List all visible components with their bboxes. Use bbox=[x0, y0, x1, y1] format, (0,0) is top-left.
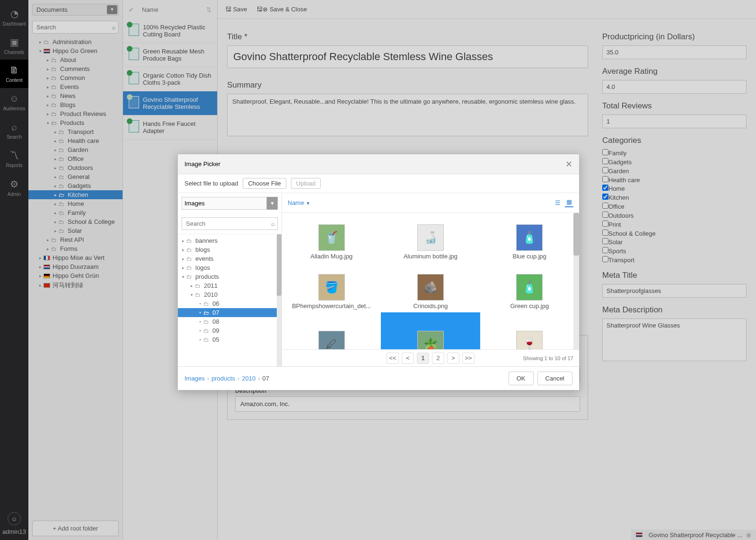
modal-search-input[interactable] bbox=[182, 217, 278, 230]
image-cell[interactable]: 🖊 bbox=[282, 312, 381, 349]
image-name: BPhempshowercurtain_det... bbox=[292, 302, 371, 310]
image-name: Crinoids.png bbox=[413, 302, 448, 310]
modal-tree-label: logos bbox=[195, 264, 210, 271]
image-name: Alladin Mug.jpg bbox=[310, 253, 352, 260]
image-name: Green cup.jpg bbox=[510, 302, 549, 310]
twisty-icon: • bbox=[198, 301, 202, 306]
modal-tree-node[interactable]: •🗀06 bbox=[178, 299, 281, 308]
modal-tree-label: 08 bbox=[212, 318, 219, 325]
thumbnail-icon: 🖊 bbox=[318, 331, 345, 349]
folder-icon: 🗀 bbox=[195, 292, 202, 298]
ok-button[interactable]: OK bbox=[509, 372, 534, 385]
folder-icon: 🗀 bbox=[186, 247, 193, 253]
folder-icon: 🗀 bbox=[186, 265, 193, 271]
twisty-icon: ▸ bbox=[181, 257, 185, 261]
thumbnail-icon: 🧴 bbox=[516, 274, 543, 301]
modal-tree-node[interactable]: ▾🗀2010 bbox=[178, 290, 281, 299]
cancel-button[interactable]: Cancel bbox=[537, 372, 572, 385]
thumbnail-icon: 🪨 bbox=[417, 274, 444, 301]
sort-name[interactable]: Name ▼ bbox=[288, 199, 310, 206]
thumbnail-icon: 🪴 bbox=[417, 331, 444, 349]
modal-tree-node[interactable]: •🗀09 bbox=[178, 326, 281, 335]
twisty-icon: • bbox=[198, 337, 202, 342]
thumbnail-icon: 🍶 bbox=[417, 224, 444, 251]
image-cell[interactable]: 🧴Green cup.jpg bbox=[480, 263, 579, 312]
grid-view-icon[interactable]: ▦ bbox=[565, 199, 573, 207]
image-cell[interactable]: 🪴 bbox=[381, 312, 480, 349]
folder-open-icon: 🗁 bbox=[203, 310, 210, 316]
twisty-icon: ▸ bbox=[181, 248, 185, 252]
image-cell[interactable]: 🧴Blue cup.jpg bbox=[480, 213, 579, 263]
twisty-icon: ▾ bbox=[181, 274, 185, 279]
modal-tree-node[interactable]: ▸🗀blogs bbox=[178, 245, 281, 254]
modal-tree-node[interactable]: ▾🗀products bbox=[178, 272, 281, 281]
modal-tree-label: 2010 bbox=[204, 291, 218, 298]
breadcrumb: Images›products›2010›07 bbox=[185, 375, 505, 382]
twisty-icon: • bbox=[198, 328, 202, 333]
select-file-label: Select file to upload bbox=[185, 180, 238, 187]
breadcrumb-item[interactable]: 2010 bbox=[242, 375, 255, 382]
thumbnail-icon: 🪣 bbox=[318, 274, 345, 301]
image-name: Blue cup.jpg bbox=[513, 253, 547, 260]
chevron-right-icon: › bbox=[258, 375, 260, 382]
thumbnail-icon: 🍷 bbox=[516, 331, 543, 349]
modal-tree-label: blogs bbox=[195, 246, 210, 253]
chevron-down-icon: ▼ bbox=[306, 201, 310, 206]
upload-button[interactable]: Upload bbox=[291, 178, 321, 189]
scrollbar[interactable] bbox=[573, 213, 579, 349]
modal-tree-node[interactable]: •🗀05 bbox=[178, 335, 281, 344]
folder-icon: 🗀 bbox=[203, 328, 210, 334]
chevron-right-icon: › bbox=[207, 375, 209, 382]
folder-icon: 🗀 bbox=[186, 274, 193, 280]
twisty-icon: ▸ bbox=[181, 266, 185, 270]
modal-tree-node[interactable]: ▸🗀logos bbox=[178, 263, 281, 272]
chevron-down-icon: ▼ bbox=[267, 197, 278, 210]
breadcrumb-item[interactable]: products bbox=[211, 375, 235, 382]
image-name: Aluminum bottle.jpg bbox=[404, 253, 457, 260]
modal-tree-label: products bbox=[195, 273, 219, 280]
list-view-icon[interactable]: ☰ bbox=[554, 199, 562, 207]
scrollbar[interactable] bbox=[277, 234, 281, 366]
folder-icon: 🗀 bbox=[186, 238, 193, 244]
image-cell[interactable]: 🪣BPhempshowercurtain_det... bbox=[282, 263, 381, 312]
modal-tree-node[interactable]: •🗁07 bbox=[178, 308, 281, 317]
images-dropdown[interactable]: ▼ bbox=[182, 197, 278, 210]
modal-tree[interactable]: ▸🗀banners▸🗀blogs▸🗀events▸🗀logos▾🗀product… bbox=[178, 234, 281, 366]
chevron-right-icon: › bbox=[237, 375, 239, 382]
pager: << < 1 2 > >> Showing 1 to 10 of 17 bbox=[282, 349, 579, 366]
twisty-icon: ▸ bbox=[181, 239, 185, 243]
choose-file-button[interactable]: Choose File bbox=[243, 178, 286, 189]
image-grid: 🥤Alladin Mug.jpg🍶Aluminum bottle.jpg🧴Blu… bbox=[282, 213, 579, 349]
pager-last[interactable]: >> bbox=[462, 353, 475, 364]
image-cell[interactable]: 🍶Aluminum bottle.jpg bbox=[381, 213, 480, 263]
modal-tree-label: 07 bbox=[212, 309, 219, 316]
modal-tree-node[interactable]: •🗀08 bbox=[178, 317, 281, 326]
twisty-icon: • bbox=[198, 310, 202, 315]
breadcrumb-item[interactable]: Images bbox=[185, 375, 205, 382]
pager-prev[interactable]: < bbox=[402, 353, 414, 364]
image-cell[interactable]: 🍷 bbox=[480, 312, 579, 349]
folder-icon: 🗀 bbox=[203, 301, 210, 307]
image-cell[interactable]: 🪨Crinoids.png bbox=[381, 263, 480, 312]
modal-tree-label: events bbox=[195, 255, 213, 262]
modal-tree-node[interactable]: ▸🗀events bbox=[178, 254, 281, 263]
image-cell[interactable]: 🥤Alladin Mug.jpg bbox=[282, 213, 381, 263]
pager-page-1[interactable]: 1 bbox=[417, 353, 429, 364]
image-picker-modal: Image Picker ✕ Select file to upload Cho… bbox=[177, 154, 580, 390]
search-icon: ⌕ bbox=[271, 220, 275, 227]
twisty-icon: ▾ bbox=[189, 292, 194, 297]
folder-icon: 🗀 bbox=[186, 256, 193, 262]
close-icon[interactable]: ✕ bbox=[565, 159, 572, 169]
modal-tree-label: banners bbox=[195, 237, 218, 244]
pager-page-2[interactable]: 2 bbox=[432, 353, 444, 364]
folder-icon: 🗀 bbox=[203, 336, 210, 343]
pager-first[interactable]: << bbox=[387, 353, 399, 364]
thumbnail-icon: 🥤 bbox=[318, 224, 345, 251]
breadcrumb-item: 07 bbox=[262, 375, 269, 382]
modal-tree-node[interactable]: ▸🗀2011 bbox=[178, 281, 281, 290]
pager-next[interactable]: > bbox=[447, 353, 459, 364]
modal-tree-label: 2011 bbox=[204, 282, 218, 289]
modal-tree-label: 09 bbox=[212, 327, 219, 334]
modal-tree-node[interactable]: ▸🗀banners bbox=[178, 236, 281, 245]
folder-icon: 🗀 bbox=[203, 319, 210, 325]
